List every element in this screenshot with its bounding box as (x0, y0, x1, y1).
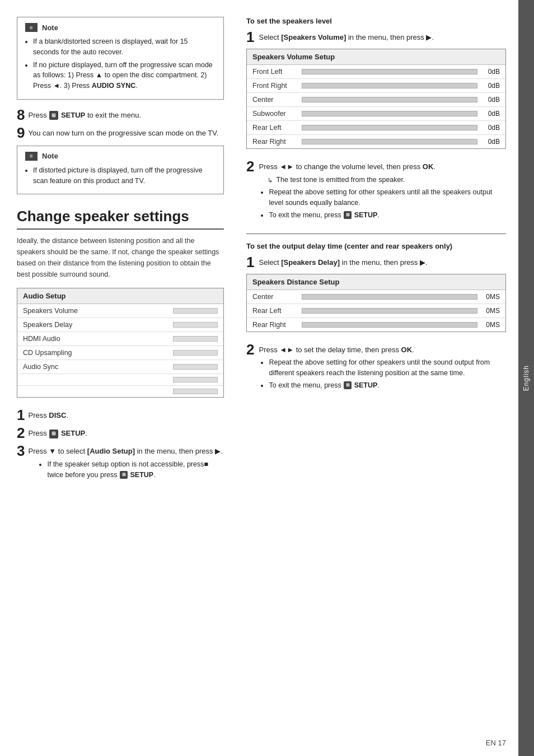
audio-row-5: Audio Sync (17, 360, 223, 374)
audio-row-5-bar (173, 364, 218, 370)
audio-row-7 (17, 386, 223, 397)
left-step-3-row: 3 Press ▼ to select [Audio Setup] in the… (17, 444, 224, 482)
audio-row-1-bar (173, 308, 218, 314)
note-item-2-1: If distorted picture is displayed, turn … (33, 165, 216, 186)
sv-row-4: Subwoofer 0dB (247, 107, 505, 121)
sd-row-3-label: Rear Right (252, 321, 297, 329)
right-step-1-1-text: Select [Speakers Volume] in the menu, th… (259, 30, 434, 43)
note-box-1: ≡ Note If a blank/distorted screen is di… (17, 17, 224, 100)
left-step-3-sub-item: If the speaker setup option is not acces… (47, 459, 224, 480)
right-step-1-1-row: 1 Select [Speakers Volume] in the menu, … (246, 30, 506, 44)
note-list-1: If a blank/distorted screen is displayed… (25, 36, 216, 91)
sd-row-1: Center 0MS (247, 290, 505, 304)
side-tab: English (518, 0, 534, 756)
left-step-1-row: 1 Press DISC. (17, 408, 224, 422)
audio-row-1: Speakers Volume (17, 304, 223, 318)
sub-dot-2-2: To exit the menu, press ⊞ SETUP. (269, 380, 506, 391)
step-8-row: 8 Press ⊞ SETUP to exit the menu. (17, 108, 224, 122)
sv-row-3-val: 0dB (482, 96, 500, 104)
right-step-2-2-text: Press ◄► to set the delay time, then pre… (259, 342, 506, 393)
right-step-2-2-row: 2 Press ◄► to set the delay time, then p… (246, 342, 506, 393)
sd-row-3: Rear Right 0MS (247, 318, 505, 332)
page-footer: EN 17 (486, 739, 506, 747)
audio-row-4-bar (173, 350, 218, 356)
sd-row-2: Rear Left 0MS (247, 304, 505, 318)
note-label-2: Note (42, 152, 58, 160)
audio-row-4-label: CD Upsampling (23, 349, 173, 357)
sv-row-6-bar (302, 139, 477, 144)
sv-row-5-label: Rear Left (252, 124, 297, 132)
audio-row-2-bar (173, 322, 218, 328)
right-step-1-1-num: 1 (246, 30, 254, 44)
audio-row-3: HDMI Audio (17, 332, 223, 346)
audio-row-2: Speakers Delay (17, 318, 223, 332)
sub-dot-1-1: Repeat the above setting for other speak… (269, 187, 506, 208)
sub-dot-2-1: Repeat the above setting for other speak… (269, 357, 506, 379)
section2-heading: To set the output delay time (center and… (246, 242, 506, 250)
note-item-1-1: If a blank/distorted screen is displayed… (33, 36, 216, 58)
audio-row-3-bar (173, 336, 218, 342)
audio-row-7-bar (173, 389, 218, 394)
sv-row-6-label: Rear Right (252, 138, 297, 146)
sd-row-1-bar (302, 294, 477, 300)
setup-icon-8: ⊞ (49, 111, 58, 120)
sv-row-4-label: Subwoofer (252, 110, 297, 118)
sv-row-1-label: Front Left (252, 68, 297, 76)
speakers-distance-table: Speakers Distance Setup Center 0MS Rear … (246, 274, 506, 332)
right-step-2-1-text: Select [Speakers Delay] in the menu, the… (259, 255, 427, 268)
sv-row-2-bar (302, 83, 477, 88)
left-step-1-num: 1 (17, 408, 25, 422)
right-step-2-1-row: 1 Select [Speakers Delay] in the menu, t… (246, 255, 506, 269)
note-icon-1: ≡ (25, 23, 38, 32)
sub-bullet-arrow-text: The test tone is emitted from the speake… (276, 175, 405, 185)
sub-dot-list-2: Repeat the above setting for other speak… (269, 357, 506, 390)
right-step-2-2-num: 2 (246, 342, 254, 357)
sd-row-2-label: Rear Left (252, 307, 297, 315)
section1-heading: To set the speakers level (246, 17, 506, 25)
sd-row-3-val: 0MS (482, 321, 500, 329)
audio-setup-header: Audio Setup (17, 288, 223, 304)
sub-dot-list-1: Repeat the above setting for other speak… (269, 187, 506, 220)
sv-row-5: Rear Left 0dB (247, 121, 505, 135)
sv-row-2: Front Right 0dB (247, 79, 505, 93)
sv-row-2-val: 0dB (482, 82, 500, 90)
setup-icon-3: ⊞ (120, 471, 128, 479)
sub-bullet-arrow: ↳ The test tone is emitted from the spea… (268, 175, 506, 185)
note-header-2: ≡ Note (25, 152, 216, 161)
right-column: To set the speakers level 1 Select [Spea… (235, 17, 506, 739)
section-desc: Ideally, the distance between listening … (17, 235, 224, 280)
sv-row-5-val: 0dB (482, 124, 500, 132)
right-step-1-2-text: Press ◄► to change the volume level, the… (259, 159, 506, 222)
main-content: ≡ Note If a blank/distorted screen is di… (0, 0, 534, 756)
note-icon-2: ≡ (25, 152, 38, 161)
sv-row-3-label: Center (252, 96, 297, 104)
audio-row-3-label: HDMI Audio (23, 335, 173, 343)
arrow-icon: ↳ (268, 176, 273, 185)
audio-row-5-label: Audio Sync (23, 363, 173, 371)
sv-row-1-bar (302, 69, 477, 74)
sv-row-4-bar (302, 111, 477, 116)
audio-setup-table: Audio Setup Speakers Volume Speakers Del… (17, 288, 224, 398)
page: English ≡ Note If a blank/distorted scre… (0, 0, 534, 756)
step-8-text: Press ⊞ SETUP to exit the menu. (28, 108, 141, 121)
audio-row-6 (17, 374, 223, 386)
sd-row-3-bar (302, 322, 477, 328)
sub-dot-1-2: To exit the menu, press ⊞ SETUP. (269, 210, 506, 221)
left-step-3-sub: If the speaker setup option is not acces… (38, 459, 224, 480)
sd-row-1-label: Center (252, 293, 297, 301)
sv-row-1-val: 0dB (482, 68, 500, 76)
left-step-2-row: 2 Press ⊞ SETUP. (17, 426, 224, 440)
audio-row-4: CD Upsampling (17, 346, 223, 360)
right-step-2-1-num: 1 (246, 255, 254, 269)
step-8-number: 8 (17, 108, 25, 122)
section-title: Change speaker settings (17, 208, 224, 230)
sd-row-1-val: 0MS (482, 293, 500, 301)
sv-row-2-label: Front Right (252, 82, 297, 90)
left-step-3-text: Press ▼ to select [Audio Setup] in the m… (28, 444, 224, 482)
sd-row-2-bar (302, 308, 477, 314)
note-label-1: Note (42, 24, 58, 32)
side-tab-label: English (522, 365, 530, 391)
divider (246, 234, 506, 234)
note-item-1-2: If no picture displayed, turn off the pr… (33, 60, 216, 91)
note-list-2: If distorted picture is displayed, turn … (25, 165, 216, 186)
